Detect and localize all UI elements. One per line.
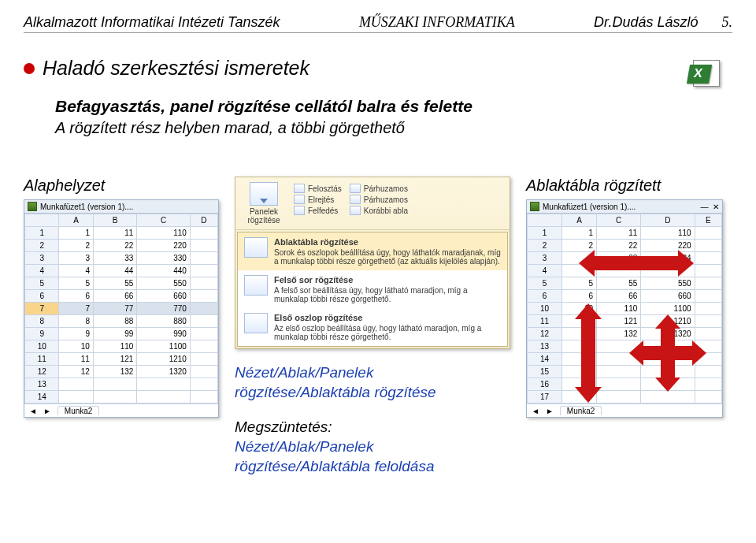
ribbon-item[interactable]: Elrejtés xyxy=(294,194,342,205)
ribbon-freeze-panes: Panelek rögzítése FelosztásElrejtésFelfe… xyxy=(235,177,510,349)
freeze-option[interactable]: Első oszlop rögzítéseAz első oszlop beál… xyxy=(238,308,507,346)
page-header: Alkalmazott Informatikai Intézeti Tanszé… xyxy=(24,14,732,33)
subtitle-bold: Befagyasztás, panel rögzítése cellától b… xyxy=(55,97,732,116)
menu-path-freeze: Nézet/Ablak/Panelek rögzítése/Ablaktábla… xyxy=(235,363,510,402)
spreadsheet-left: Munkafüzet1 (version 1).... ABCD11111102… xyxy=(24,199,219,418)
ribbon-item[interactable]: Párhuzamos xyxy=(350,194,408,205)
bullet-icon xyxy=(24,63,35,74)
header-left: Alkalmazott Informatikai Intézeti Tanszé… xyxy=(24,14,280,31)
ribbon-item[interactable]: Felosztás xyxy=(294,183,342,194)
header-center: MŰSZAKI INFORMATIKA xyxy=(359,14,515,31)
header-right: Dr.Dudás László 5. xyxy=(594,14,732,31)
arrow-cross-icon xyxy=(640,325,695,381)
arrow-horizontal-icon xyxy=(593,256,680,270)
slide-title: Haladó szerkesztési ismeretek xyxy=(43,57,309,80)
ribbon-item[interactable]: Párhuzamos xyxy=(350,183,408,194)
freeze-option[interactable]: Felső sor rögzítéseA felső sor beállítás… xyxy=(238,270,507,308)
freeze-panes-button[interactable]: Panelek rögzítése xyxy=(240,182,287,225)
right-label: Ablaktábla rögzített xyxy=(526,177,723,195)
ribbon-item[interactable]: Felfedés xyxy=(294,205,342,216)
workbook-title-left: Munkafüzet1 (version 1).... xyxy=(40,203,133,211)
workbook-icon xyxy=(530,202,539,211)
workbook-icon xyxy=(28,202,37,211)
slide-title-row: Haladó szerkesztési ismeretek xyxy=(24,57,732,80)
ribbon-item[interactable]: Korábbi abla xyxy=(350,205,408,216)
workbook-title-right: Munkafüzet1 (version 1).... xyxy=(543,203,636,211)
left-label: Alaphelyzet xyxy=(24,177,219,195)
freeze-option-icon xyxy=(244,275,268,296)
sheet-tab-right[interactable]: Munka2 xyxy=(560,406,602,415)
freeze-option-icon xyxy=(244,237,268,258)
freeze-option-icon xyxy=(244,313,268,333)
menu-path-unfreeze: Megszüntetés: Nézet/Ablak/Panelek rögzít… xyxy=(235,418,510,476)
spreadsheet-right: Munkafüzet1 (version 1).... — ✕ ACDE1111… xyxy=(526,199,723,418)
freeze-panes-label: Panelek rögzítése xyxy=(240,207,287,225)
freeze-panes-icon xyxy=(250,182,278,206)
arrow-vertical-icon xyxy=(581,318,595,389)
excel-logo-icon xyxy=(688,55,724,91)
subtitle-regular: A rögzített rész helyben marad, a többi … xyxy=(55,119,732,137)
sheet-tab-left[interactable]: Munka2 xyxy=(57,406,100,415)
freeze-option[interactable]: Ablaktábla rögzítéseSorok és oszlopok be… xyxy=(238,232,507,270)
